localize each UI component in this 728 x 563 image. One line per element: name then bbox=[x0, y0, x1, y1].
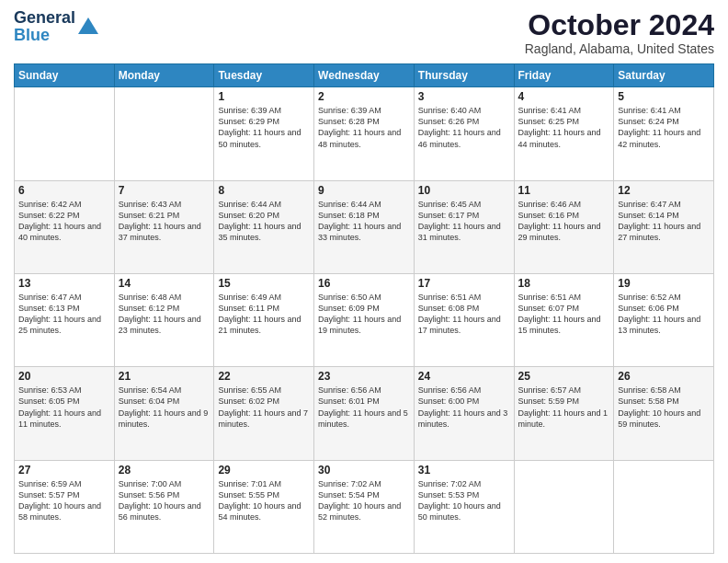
table-cell bbox=[114, 87, 214, 180]
cell-info: Sunrise: 6:58 AM Sunset: 5:58 PM Dayligh… bbox=[618, 385, 710, 430]
table-cell: 7Sunrise: 6:43 AM Sunset: 6:21 PM Daylig… bbox=[114, 180, 214, 273]
table-cell: 29Sunrise: 7:01 AM Sunset: 5:55 PM Dayli… bbox=[214, 460, 314, 553]
cell-info: Sunrise: 6:47 AM Sunset: 6:14 PM Dayligh… bbox=[618, 199, 710, 244]
table-cell: 23Sunrise: 6:56 AM Sunset: 6:01 PM Dayli… bbox=[314, 367, 415, 460]
day-number: 3 bbox=[418, 90, 510, 103]
table-cell: 3Sunrise: 6:40 AM Sunset: 6:26 PM Daylig… bbox=[414, 87, 514, 180]
cell-info: Sunrise: 6:41 AM Sunset: 6:25 PM Dayligh… bbox=[518, 105, 610, 150]
cell-info: Sunrise: 6:44 AM Sunset: 6:18 PM Dayligh… bbox=[318, 199, 410, 244]
day-number: 8 bbox=[218, 184, 310, 197]
cell-info: Sunrise: 6:47 AM Sunset: 6:13 PM Dayligh… bbox=[18, 292, 110, 337]
cell-info: Sunrise: 6:41 AM Sunset: 6:24 PM Dayligh… bbox=[618, 105, 710, 150]
cell-info: Sunrise: 6:44 AM Sunset: 6:20 PM Dayligh… bbox=[218, 199, 310, 244]
day-number: 16 bbox=[318, 277, 410, 290]
table-cell: 12Sunrise: 6:47 AM Sunset: 6:14 PM Dayli… bbox=[614, 180, 714, 273]
day-number: 25 bbox=[518, 370, 610, 383]
col-monday: Monday bbox=[114, 64, 214, 87]
cell-info: Sunrise: 6:56 AM Sunset: 6:01 PM Dayligh… bbox=[318, 385, 410, 430]
table-cell: 20Sunrise: 6:53 AM Sunset: 6:05 PM Dayli… bbox=[15, 367, 115, 460]
location: Ragland, Alabama, United States bbox=[525, 41, 714, 56]
table-cell bbox=[614, 460, 714, 553]
table-cell: 18Sunrise: 6:51 AM Sunset: 6:07 PM Dayli… bbox=[514, 273, 614, 366]
cell-info: Sunrise: 7:01 AM Sunset: 5:55 PM Dayligh… bbox=[218, 478, 310, 523]
calendar-week-row: 6Sunrise: 6:42 AM Sunset: 6:22 PM Daylig… bbox=[15, 180, 714, 273]
cell-info: Sunrise: 6:52 AM Sunset: 6:06 PM Dayligh… bbox=[618, 292, 710, 337]
day-number: 28 bbox=[119, 464, 210, 477]
cell-info: Sunrise: 7:00 AM Sunset: 5:56 PM Dayligh… bbox=[119, 478, 210, 523]
table-cell: 24Sunrise: 6:56 AM Sunset: 6:00 PM Dayli… bbox=[414, 367, 514, 460]
col-saturday: Saturday bbox=[614, 64, 714, 87]
day-number: 20 bbox=[18, 370, 110, 383]
cell-info: Sunrise: 6:56 AM Sunset: 6:00 PM Dayligh… bbox=[418, 385, 510, 430]
day-number: 6 bbox=[18, 184, 110, 197]
day-number: 31 bbox=[418, 464, 510, 477]
table-cell: 16Sunrise: 6:50 AM Sunset: 6:09 PM Dayli… bbox=[314, 273, 415, 366]
day-number: 22 bbox=[218, 370, 310, 383]
day-number: 5 bbox=[618, 90, 710, 103]
title-block: October 2024 Ragland, Alabama, United St… bbox=[525, 9, 714, 56]
table-cell: 6Sunrise: 6:42 AM Sunset: 6:22 PM Daylig… bbox=[15, 180, 115, 273]
cell-info: Sunrise: 6:46 AM Sunset: 6:16 PM Dayligh… bbox=[518, 199, 610, 244]
cell-info: Sunrise: 6:50 AM Sunset: 6:09 PM Dayligh… bbox=[318, 292, 410, 337]
day-number: 10 bbox=[418, 184, 510, 197]
day-number: 24 bbox=[418, 370, 510, 383]
cell-info: Sunrise: 6:49 AM Sunset: 6:11 PM Dayligh… bbox=[218, 292, 310, 337]
cell-info: Sunrise: 6:42 AM Sunset: 6:22 PM Dayligh… bbox=[18, 199, 110, 244]
cell-info: Sunrise: 6:43 AM Sunset: 6:21 PM Dayligh… bbox=[119, 199, 210, 244]
table-cell bbox=[15, 87, 115, 180]
svg-marker-0 bbox=[78, 17, 98, 34]
day-number: 9 bbox=[318, 184, 410, 197]
cell-info: Sunrise: 6:45 AM Sunset: 6:17 PM Dayligh… bbox=[418, 199, 510, 244]
table-cell: 4Sunrise: 6:41 AM Sunset: 6:25 PM Daylig… bbox=[514, 87, 614, 180]
table-cell: 11Sunrise: 6:46 AM Sunset: 6:16 PM Dayli… bbox=[514, 180, 614, 273]
cell-info: Sunrise: 6:39 AM Sunset: 6:29 PM Dayligh… bbox=[218, 105, 310, 150]
cell-info: Sunrise: 6:53 AM Sunset: 6:05 PM Dayligh… bbox=[18, 385, 110, 430]
table-cell: 5Sunrise: 6:41 AM Sunset: 6:24 PM Daylig… bbox=[614, 87, 714, 180]
col-thursday: Thursday bbox=[414, 64, 514, 87]
table-cell: 17Sunrise: 6:51 AM Sunset: 6:08 PM Dayli… bbox=[414, 273, 514, 366]
page: General Blue October 2024 Ragland, Alaba… bbox=[0, 0, 728, 563]
day-number: 2 bbox=[318, 90, 410, 103]
cell-info: Sunrise: 6:55 AM Sunset: 6:02 PM Dayligh… bbox=[218, 385, 310, 430]
table-cell: 28Sunrise: 7:00 AM Sunset: 5:56 PM Dayli… bbox=[114, 460, 214, 553]
day-number: 27 bbox=[18, 464, 110, 477]
table-cell: 13Sunrise: 6:47 AM Sunset: 6:13 PM Dayli… bbox=[15, 273, 115, 366]
calendar-week-row: 1Sunrise: 6:39 AM Sunset: 6:29 PM Daylig… bbox=[15, 87, 714, 180]
day-number: 1 bbox=[218, 90, 310, 103]
logo-icon bbox=[78, 17, 98, 38]
day-number: 21 bbox=[119, 370, 210, 383]
day-number: 17 bbox=[418, 277, 510, 290]
day-number: 18 bbox=[518, 277, 610, 290]
table-cell: 10Sunrise: 6:45 AM Sunset: 6:17 PM Dayli… bbox=[414, 180, 514, 273]
day-number: 7 bbox=[119, 184, 210, 197]
table-cell: 21Sunrise: 6:54 AM Sunset: 6:04 PM Dayli… bbox=[114, 367, 214, 460]
cell-info: Sunrise: 6:51 AM Sunset: 6:08 PM Dayligh… bbox=[418, 292, 510, 337]
table-cell: 19Sunrise: 6:52 AM Sunset: 6:06 PM Dayli… bbox=[614, 273, 714, 366]
day-number: 14 bbox=[119, 277, 210, 290]
cell-info: Sunrise: 6:51 AM Sunset: 6:07 PM Dayligh… bbox=[518, 292, 610, 337]
logo: General Blue bbox=[14, 9, 98, 44]
day-number: 12 bbox=[618, 184, 710, 197]
cell-info: Sunrise: 6:59 AM Sunset: 5:57 PM Dayligh… bbox=[18, 478, 110, 523]
table-cell: 27Sunrise: 6:59 AM Sunset: 5:57 PM Dayli… bbox=[15, 460, 115, 553]
cell-info: Sunrise: 6:39 AM Sunset: 6:28 PM Dayligh… bbox=[318, 105, 410, 150]
table-cell: 25Sunrise: 6:57 AM Sunset: 5:59 PM Dayli… bbox=[514, 367, 614, 460]
day-number: 13 bbox=[18, 277, 110, 290]
logo-line2: Blue bbox=[14, 27, 75, 44]
day-number: 23 bbox=[318, 370, 410, 383]
table-cell: 15Sunrise: 6:49 AM Sunset: 6:11 PM Dayli… bbox=[214, 273, 314, 366]
day-number: 29 bbox=[218, 464, 310, 477]
col-friday: Friday bbox=[514, 64, 614, 87]
table-cell: 2Sunrise: 6:39 AM Sunset: 6:28 PM Daylig… bbox=[314, 87, 415, 180]
header-row: Sunday Monday Tuesday Wednesday Thursday… bbox=[15, 64, 714, 87]
col-tuesday: Tuesday bbox=[214, 64, 314, 87]
month-title: October 2024 bbox=[525, 9, 714, 41]
day-number: 4 bbox=[518, 90, 610, 103]
calendar-table: Sunday Monday Tuesday Wednesday Thursday… bbox=[14, 63, 714, 554]
day-number: 30 bbox=[318, 464, 410, 477]
cell-info: Sunrise: 7:02 AM Sunset: 5:54 PM Dayligh… bbox=[318, 478, 410, 523]
day-number: 19 bbox=[618, 277, 710, 290]
cell-info: Sunrise: 6:40 AM Sunset: 6:26 PM Dayligh… bbox=[418, 105, 510, 150]
table-cell bbox=[514, 460, 614, 553]
table-cell: 9Sunrise: 6:44 AM Sunset: 6:18 PM Daylig… bbox=[314, 180, 415, 273]
